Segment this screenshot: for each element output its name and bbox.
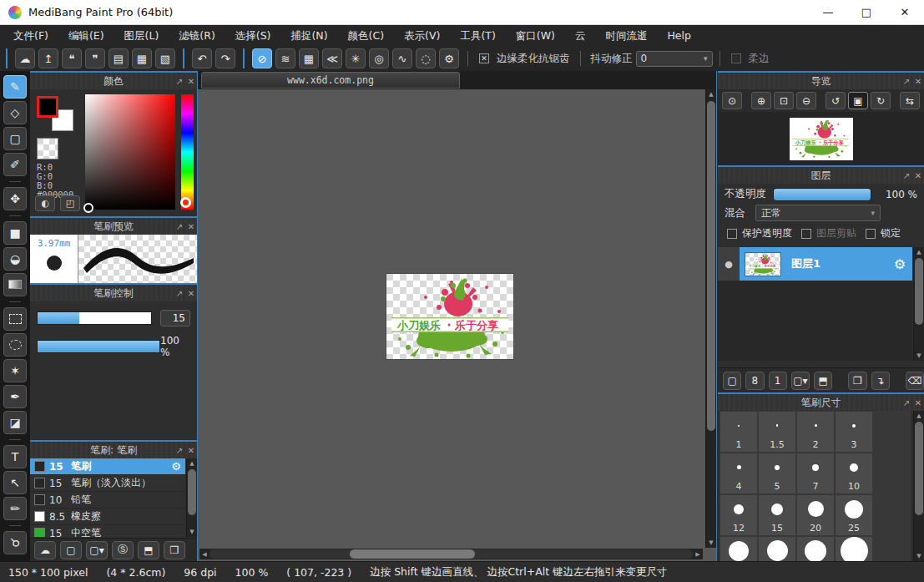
select-eraser-tool[interactable]: ◪ [3,411,27,434]
brush-size-value[interactable]: 15 [160,310,190,326]
new-8bit-layer-button[interactable]: 8 [745,372,764,390]
canvas-image[interactable] [386,274,513,359]
redo-button[interactable]: ↷ [215,48,235,68]
layer-visibility-toggle[interactable]: ● [718,247,740,281]
layer-list-scrollbar[interactable]: ▲ ▼ [913,247,924,361]
eyedropper-tool[interactable]: ⚲ [3,531,27,554]
hue-slider[interactable] [181,94,194,210]
download-brush-button[interactable]: ☁ [34,541,56,559]
snap-settings-button[interactable]: ⚙ [439,48,459,68]
scroll-thumb[interactable] [188,469,196,515]
brush-size-cell[interactable]: 20 [797,495,834,535]
canvas-vscrollbar[interactable]: ▲ ▼ [705,89,716,548]
new-1bit-layer-button[interactable]: 1 [769,372,787,390]
navigator-preview[interactable] [718,112,924,165]
snap-concentric-button[interactable]: ◎ [369,48,389,68]
brush-list-scrollbar[interactable]: ▲ ▼ [186,458,197,537]
menu-item[interactable]: 工具(T) [450,25,505,46]
scroll-thumb[interactable] [915,422,923,515]
brush-size-cell[interactable]: 15 [759,495,795,535]
scroll-up-icon[interactable]: ▲ [914,411,924,421]
timelapse-button[interactable]: ▦ [132,48,152,68]
soft-edge-checkbox[interactable] [731,53,741,63]
brush-opacity-slider[interactable] [37,340,160,353]
close-icon[interactable]: ✕ [185,446,197,455]
add-layer-menu-button[interactable]: ▢▾ [791,372,810,390]
close-icon[interactable]: ✕ [912,398,924,407]
close-icon[interactable]: ✕ [185,289,197,298]
upload-button[interactable]: ↥ [38,48,58,68]
layer-option-checkbox[interactable]: 锁定 [861,226,901,240]
reset-rotation-button[interactable]: ▣ [848,92,868,109]
brush-row[interactable]: 15 中空笔 ⚙ [30,525,185,537]
scroll-up-icon[interactable]: ▲ [706,89,716,99]
maximize-button[interactable]: □ [847,0,886,24]
minimize-button[interactable]: — [809,0,847,24]
color-mode-button[interactable]: ◰ [60,195,80,211]
brush-size-cell[interactable]: 10 [836,453,872,493]
layer-folder-button[interactable]: ⬒ [814,372,832,390]
close-icon[interactable]: ✕ [912,171,924,180]
palette-button[interactable]: ◐ [35,195,55,211]
popout-icon[interactable]: ↗ [174,222,185,231]
transparent-color-swatch[interactable] [37,138,58,159]
layer-option-checkbox[interactable]: 图层剪贴 [797,226,856,240]
saturation-value-picker[interactable] [85,94,175,210]
snap-parallel-button[interactable]: ≋ [275,48,295,68]
menu-item[interactable]: 颜色(C) [338,25,394,46]
sv-cursor[interactable] [83,203,93,213]
eraser-tool[interactable]: ◇ [3,101,27,124]
canvas-area[interactable]: www.x6d.com.png ▲ ▼ ◀ ▶ [197,71,717,561]
duplicate-brush-button[interactable]: ❐ [164,541,185,559]
brush-size-cell[interactable]: 40 [759,537,795,561]
menu-item[interactable]: Help [657,25,701,46]
zoom-in-button[interactable]: ⊕ [751,92,771,109]
brush-size-cell[interactable]: 4 [720,453,757,493]
new-brush-menu-button[interactable]: ▢▾ [86,541,108,559]
brush-tool[interactable]: ✎ [3,75,27,99]
layer-option-checkbox[interactable]: 保护透明度 [723,226,792,240]
hue-cursor[interactable] [180,197,191,208]
zoom-out-button[interactable]: ⊖ [796,92,816,109]
script-brush-button[interactable]: Ⓢ [112,541,134,559]
rotate-right-button[interactable]: ↻ [871,92,891,109]
brush-size-cell[interactable]: 30 [720,537,757,561]
snap-vanishing-button[interactable]: ≪ [322,48,342,68]
menu-item[interactable]: 时间流逝 [595,25,657,46]
menu-item[interactable]: 窗口(W) [506,25,565,46]
stabilizer-dropdown[interactable]: 0 ▾ [636,51,713,67]
brush-size-cell[interactable]: 3 [836,412,872,452]
scroll-thumb[interactable] [350,549,476,559]
close-icon[interactable]: ✕ [185,222,197,231]
brush-size-cell[interactable]: 1 [720,412,757,452]
popout-icon[interactable]: ↗ [174,289,185,298]
scroll-down-icon[interactable]: ▼ [187,527,197,537]
close-icon[interactable]: ✕ [185,77,197,86]
brush-row[interactable]: 8.5 橡皮擦 ⚙ [30,509,185,525]
brush-row[interactable]: 15 笔刷（淡入淡出） ⚙ [30,475,185,492]
menu-item[interactable]: 表示(V) [394,25,450,46]
move-tool[interactable]: ✥ [3,187,27,210]
polyline-tool[interactable]: ✐ [3,153,27,176]
brush-settings-icon[interactable]: ⚙ [171,460,181,473]
foreground-color-swatch[interactable] [37,96,58,118]
select-rect-tool[interactable] [3,307,27,331]
gradient-tool[interactable] [3,273,27,296]
magic-wand-tool[interactable]: ✶ [3,359,27,382]
pen-tool[interactable]: ✏ [3,497,27,520]
popout-icon[interactable]: ↗ [901,77,912,86]
rotate-left-button[interactable]: ↺ [826,92,846,109]
brush-size-cell[interactable]: 25 [836,495,872,535]
snap-radial-button[interactable]: ✳ [346,48,366,68]
delete-layer-button[interactable]: ⌫ [906,372,924,390]
snap-cross-button[interactable]: ▦ [299,48,319,68]
edit-info-button[interactable]: ▧ [155,48,175,68]
menu-item[interactable]: 选择(S) [225,25,281,46]
scroll-thumb[interactable] [915,258,923,325]
menu-item[interactable]: 文件(F) [3,25,58,46]
menu-item[interactable]: 编辑(E) [58,25,114,46]
menu-item[interactable]: 图层(L) [114,25,169,46]
duplicate-layer-button[interactable]: ❐ [848,372,866,390]
zoom-original-button[interactable]: ⊙ [722,92,742,109]
scroll-left-icon[interactable]: ◀ [199,551,210,558]
